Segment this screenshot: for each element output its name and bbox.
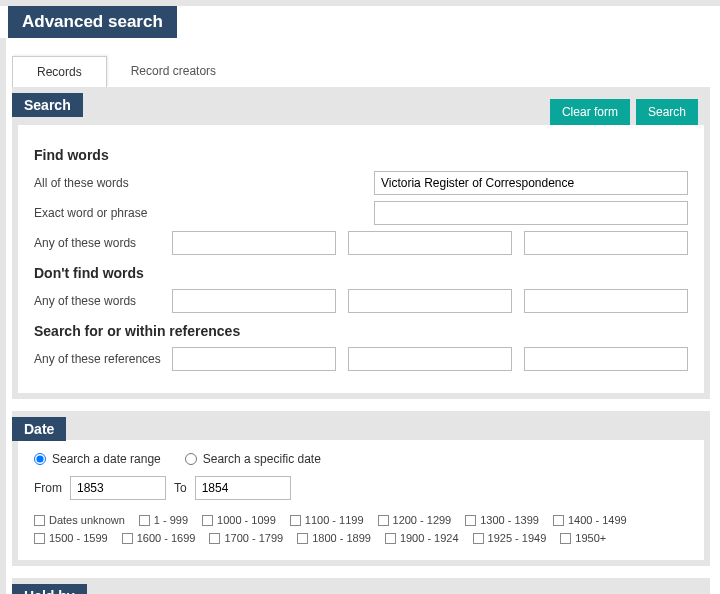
refs-input-1[interactable] <box>172 347 336 371</box>
date-check-box[interactable] <box>202 515 213 526</box>
dont-find-heading: Don't find words <box>34 265 688 281</box>
date-check[interactable]: 1200 - 1299 <box>378 514 452 526</box>
date-check-box[interactable] <box>122 533 133 544</box>
date-check-box[interactable] <box>465 515 476 526</box>
any-words-input-1[interactable] <box>172 231 336 255</box>
date-check-label: Dates unknown <box>49 514 125 526</box>
all-words-label: All of these words <box>34 176 374 190</box>
date-check[interactable]: 1400 - 1499 <box>553 514 627 526</box>
date-check-label: 1900 - 1924 <box>400 532 459 544</box>
section-header-search: Search <box>12 93 83 117</box>
date-check-label: 1700 - 1799 <box>224 532 283 544</box>
all-words-input[interactable] <box>374 171 688 195</box>
date-check[interactable]: Dates unknown <box>34 514 125 526</box>
search-button[interactable]: Search <box>636 99 698 125</box>
refs-label: Any of these references <box>34 352 172 366</box>
date-check-label: 1200 - 1299 <box>393 514 452 526</box>
date-range-radio[interactable] <box>34 453 46 465</box>
tabs: Records Record creators <box>12 56 710 87</box>
tab-records[interactable]: Records <box>12 56 107 87</box>
from-label: From <box>34 481 62 495</box>
date-check[interactable]: 1925 - 1949 <box>473 532 547 544</box>
date-check[interactable]: 1600 - 1699 <box>122 532 196 544</box>
date-specific-label: Search a specific date <box>203 452 321 466</box>
dont-any-label: Any of these words <box>34 294 172 308</box>
date-checkboxes: Dates unknown1 - 9991000 - 10991100 - 11… <box>34 514 688 544</box>
date-check-box[interactable] <box>290 515 301 526</box>
date-check-box[interactable] <box>553 515 564 526</box>
date-check-box[interactable] <box>385 533 396 544</box>
exact-phrase-label: Exact word or phrase <box>34 206 374 220</box>
dont-any-input-2[interactable] <box>348 289 512 313</box>
any-words-label: Any of these words <box>34 236 172 250</box>
date-check[interactable]: 1800 - 1899 <box>297 532 371 544</box>
date-check[interactable]: 1700 - 1799 <box>209 532 283 544</box>
date-check-box[interactable] <box>473 533 484 544</box>
date-check-label: 1300 - 1399 <box>480 514 539 526</box>
from-input[interactable] <box>70 476 166 500</box>
date-check-label: 1100 - 1199 <box>305 514 364 526</box>
date-check[interactable]: 1100 - 1199 <box>290 514 364 526</box>
dont-any-input-3[interactable] <box>524 289 688 313</box>
date-check-label: 1500 - 1599 <box>49 532 108 544</box>
refs-input-3[interactable] <box>524 347 688 371</box>
date-check-label: 1950+ <box>575 532 606 544</box>
date-check[interactable]: 1300 - 1399 <box>465 514 539 526</box>
find-words-heading: Find words <box>34 147 688 163</box>
date-check[interactable]: 1 - 999 <box>139 514 188 526</box>
date-range-label: Search a date range <box>52 452 161 466</box>
date-check-label: 1 - 999 <box>154 514 188 526</box>
refs-heading: Search for or within references <box>34 323 688 339</box>
date-check-box[interactable] <box>34 515 45 526</box>
dont-any-input-1[interactable] <box>172 289 336 313</box>
any-words-input-3[interactable] <box>524 231 688 255</box>
tab-record-creators[interactable]: Record creators <box>107 56 240 87</box>
date-check[interactable]: 1500 - 1599 <box>34 532 108 544</box>
date-specific-radio[interactable] <box>185 453 197 465</box>
date-check-box[interactable] <box>560 533 571 544</box>
date-check-label: 1925 - 1949 <box>488 532 547 544</box>
date-check-box[interactable] <box>297 533 308 544</box>
date-check-box[interactable] <box>378 515 389 526</box>
date-check-label: 1000 - 1099 <box>217 514 276 526</box>
section-header-date: Date <box>12 417 66 441</box>
to-label: To <box>174 481 187 495</box>
date-check[interactable]: 1900 - 1924 <box>385 532 459 544</box>
exact-phrase-input[interactable] <box>374 201 688 225</box>
date-check[interactable]: 1000 - 1099 <box>202 514 276 526</box>
any-words-input-2[interactable] <box>348 231 512 255</box>
date-check-label: 1400 - 1499 <box>568 514 627 526</box>
section-header-heldby: Held by <box>12 584 87 594</box>
to-input[interactable] <box>195 476 291 500</box>
date-check-label: 1600 - 1699 <box>137 532 196 544</box>
refs-input-2[interactable] <box>348 347 512 371</box>
page-title: Advanced search <box>8 6 177 38</box>
date-check-box[interactable] <box>209 533 220 544</box>
date-check-label: 1800 - 1899 <box>312 532 371 544</box>
date-check-box[interactable] <box>34 533 45 544</box>
clear-form-button[interactable]: Clear form <box>550 99 630 125</box>
date-check[interactable]: 1950+ <box>560 532 606 544</box>
date-check-box[interactable] <box>139 515 150 526</box>
